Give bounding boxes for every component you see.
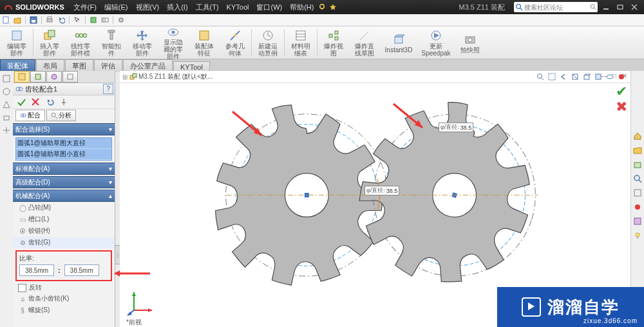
group-standard[interactable]: 标准配合(A)▾ [13,163,115,175]
dim-tag-2[interactable]: φ/直径:38.5 [439,123,473,132]
rib-linear-pat[interactable]: 线性零 部件模 [65,26,96,59]
rr-light-icon[interactable] [632,230,643,241]
rib-smart-fas[interactable]: 智能扣 件 [96,26,127,59]
property-panel: 齿轮配合1 ? 配合 分析 配合选择(S)▾ 圆弧1@辅助草图大直径 圆弧1@辅… [13,71,115,327]
reverse-checkbox[interactable]: 反转 [13,282,115,293]
opt-cam[interactable]: ◯凸轮(M) [13,202,115,213]
view-orient-icon[interactable] [582,72,592,82]
subtab-mate[interactable]: 配合 [15,110,45,121]
menu-file[interactable]: 文件(F) [70,0,100,14]
svg-rect-11 [3,17,8,23]
search-input[interactable] [523,3,590,12]
qa-save-icon[interactable] [28,15,39,25]
tab-office[interactable]: 办公室产品 [123,59,173,72]
ptab-config-icon[interactable] [30,71,46,83]
rib-ref-geom[interactable]: 参考几 何体 [220,26,251,59]
window-min-icon[interactable] [600,3,612,12]
qa-print-icon[interactable] [44,15,55,25]
rib-edit-part[interactable]: 编辑零 部件 [1,26,32,59]
qa-options-icon[interactable] [100,15,110,25]
rr-view-icon[interactable] [632,188,643,198]
ptab-other-icon[interactable] [62,71,78,83]
rib-snapshot[interactable]: 拍快照 [455,26,486,59]
rail-btn[interactable] [1,125,12,135]
qa-sep [25,16,26,24]
selection-item[interactable]: 圆弧1@辅助草图大直径 [16,138,111,149]
star-icon[interactable] [329,3,337,11]
rr-box-icon[interactable] [632,159,643,170]
tab-layout[interactable]: 布局 [36,59,64,72]
group-selections[interactable]: 配合选择(S)▾ [13,123,115,135]
rib-speedpak[interactable]: 更新 Speedpak [417,26,455,59]
qa-settings-icon[interactable] [116,15,126,25]
rib-show-hide[interactable]: 显示隐 藏的零 部件 [158,26,189,59]
cancel-icon[interactable] [30,96,41,108]
zoom-area-icon[interactable] [547,72,557,82]
menu-window[interactable]: 窗口(W) [252,0,286,14]
ptab-display-icon[interactable] [46,71,62,83]
section-icon[interactable] [570,72,580,82]
rr-decal-icon[interactable] [632,216,643,226]
rib-explode[interactable]: 爆炸视 图 [318,26,349,59]
subtab-analysis[interactable]: 分析 [46,110,76,121]
rib-explode-line[interactable]: 爆炸直 线草图 [349,26,380,59]
rib-bom[interactable]: 材料明 细表 [285,26,316,59]
search-box[interactable] [514,2,598,12]
menu-help[interactable]: 帮助(H) [286,0,317,14]
rib-instant3d[interactable]: Instant3D [380,26,417,59]
opt-hinge[interactable]: ⦿铰链(H) [13,225,115,237]
rr-appear-icon[interactable] [632,202,643,212]
pin-icon[interactable] [58,96,70,108]
ratio-input-a[interactable] [19,264,54,276]
ratio-input-b[interactable] [64,264,99,276]
tab-evaluate[interactable]: 评估 [94,59,122,72]
ptab-feature-tree-icon[interactable] [14,71,30,83]
rail-btn[interactable] [1,74,12,84]
view-triad-icon[interactable] [126,288,156,318]
menu-edit[interactable]: 编辑(E) [100,0,132,14]
opt-rack[interactable]: ⩍齿条小齿轮(K) [13,293,115,304]
tab-assembly[interactable]: 装配体 [0,59,35,72]
qa-new-icon[interactable] [1,15,11,25]
breadcrumb[interactable]: ⊞ M3.5 Z11 装配 (默认<默... [120,72,213,81]
rail-btn[interactable] [1,112,12,123]
group-mechanical[interactable]: 机械配合(A)▴ [13,190,115,202]
window-max-icon[interactable] [614,3,626,12]
rib-insert-part[interactable]: 插入零 部件 [34,26,65,59]
selection-list[interactable]: 圆弧1@辅助草图大直径 圆弧1@辅助草图小直径 [15,137,112,161]
zoom-fit-icon[interactable] [535,72,545,82]
rib-move-part[interactable]: 移动零 部件 [127,26,158,59]
selection-item[interactable]: 圆弧1@辅助草图小直径 [16,149,111,160]
qa-rebuild-icon[interactable] [88,15,99,25]
rib-motion[interactable]: 新建运 动算例 [252,26,283,59]
search-go-icon[interactable] [590,4,596,10]
mdi-min-icon[interactable]: — [599,71,609,80]
rib-asm-feat[interactable]: 装配体 特征 [189,26,220,59]
mdi-close-icon[interactable]: ✕ [620,71,630,80]
help-icon[interactable]: ? [103,84,113,94]
tab-sketch[interactable]: 草图 [65,59,93,72]
rail-btn[interactable] [1,99,12,110]
undo-icon[interactable] [44,96,55,108]
menu-view[interactable]: 视图(V) [132,0,164,14]
help-dropdown-icon[interactable] [319,4,325,10]
qa-select-icon[interactable] [72,15,82,25]
menu-tools[interactable]: 工具(T) [192,0,223,14]
window-close-icon[interactable] [629,3,640,12]
rr-folder-icon[interactable] [632,145,643,155]
ok-icon[interactable] [15,96,27,108]
rail-btn[interactable] [1,86,12,97]
mdi-max-icon[interactable]: □ [609,71,620,80]
menu-insert[interactable]: 插入(I) [163,0,191,14]
opt-screw[interactable]: §螺旋(S) [13,304,115,316]
opt-slot[interactable]: ▭槽口(L) [13,213,115,225]
qa-open-icon[interactable] [12,15,23,25]
opt-gear[interactable]: ⚙齿轮(G) [13,237,115,248]
prev-view-icon[interactable] [558,72,569,82]
dim-tag-1[interactable]: φ/直径:38.5 [365,186,399,195]
menu-kytool[interactable]: KYTool [223,0,253,14]
rr-home-icon[interactable] [632,131,643,141]
qa-undo-icon[interactable] [56,15,66,25]
group-advanced[interactable]: 高级配合(D)▾ [13,176,115,188]
rr-search-icon[interactable] [632,173,643,184]
